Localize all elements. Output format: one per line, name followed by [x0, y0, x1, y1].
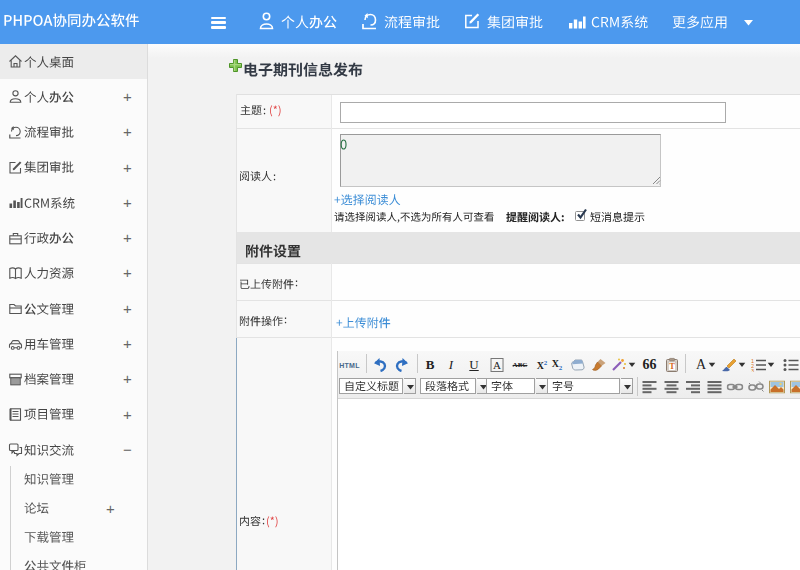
svg-text:3: 3 [751, 367, 754, 372]
svg-text:T: T [669, 361, 675, 371]
